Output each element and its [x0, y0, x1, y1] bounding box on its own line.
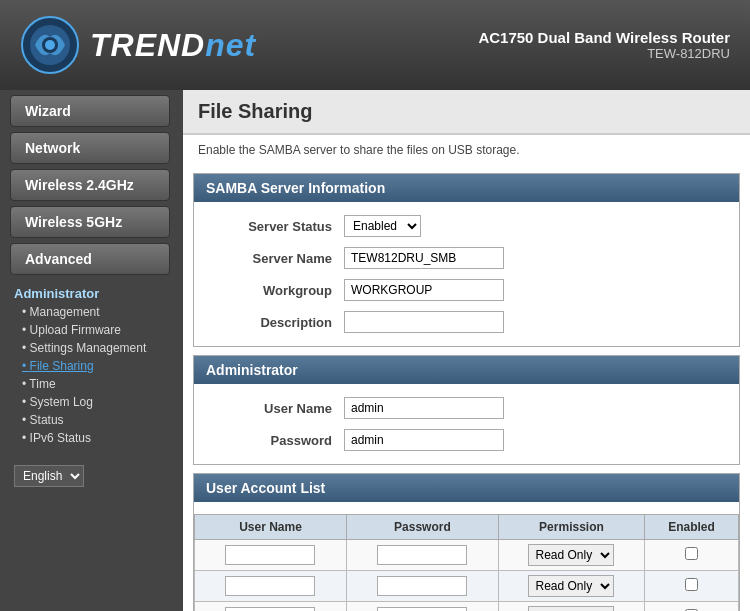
col-username: User Name: [195, 515, 347, 540]
user-row1-password-input[interactable]: [377, 545, 467, 565]
server-name-input[interactable]: [344, 247, 504, 269]
product-name: AC1750 Dual Band Wireless Router: [478, 29, 730, 46]
administrator-section-body: User Name Password: [194, 384, 739, 464]
product-info: AC1750 Dual Band Wireless Router TEW-812…: [478, 29, 730, 61]
server-name-label: Server Name: [204, 251, 344, 266]
logo-area: TRENDnet: [20, 15, 256, 75]
server-name-value: [344, 247, 504, 269]
user-table-header-row: User Name Password Permission Enabled: [195, 515, 739, 540]
description-input[interactable]: [344, 311, 504, 333]
user-row1-permission-select[interactable]: Read Only Read/Write: [528, 544, 614, 566]
workgroup-label: Workgroup: [204, 283, 344, 298]
admin-password-row: Password: [194, 424, 739, 456]
user-row3-username-input[interactable]: [225, 607, 315, 611]
col-password: Password: [346, 515, 498, 540]
administrator-section-header: Administrator: [194, 356, 739, 384]
table-row: Read Only Read/Write: [195, 540, 739, 571]
user-row2-password-input[interactable]: [377, 576, 467, 596]
sidebar-admin-title: Administrator: [0, 280, 183, 303]
sidebar-link-file-sharing[interactable]: File Sharing: [0, 357, 183, 375]
header: TRENDnet AC1750 Dual Band Wireless Route…: [0, 0, 750, 90]
layout: Wizard Network Wireless 2.4GHz Wireless …: [0, 90, 750, 611]
page-description: Enable the SAMBA server to share the fil…: [183, 135, 750, 165]
sidebar-link-system-log[interactable]: System Log: [0, 393, 183, 411]
user-row3-enabled: [645, 602, 739, 612]
description-value: [344, 311, 504, 333]
admin-username-label: User Name: [204, 401, 344, 416]
admin-username-input[interactable]: [344, 397, 504, 419]
sidebar-btn-network[interactable]: Network: [10, 132, 170, 164]
user-row3-permission-select[interactable]: Read Only Read/Write: [528, 606, 614, 611]
sidebar-link-upload-firmware[interactable]: Upload Firmware: [0, 321, 183, 339]
admin-username-row: User Name: [194, 392, 739, 424]
table-row: Read Only Read/Write: [195, 571, 739, 602]
user-account-table: User Name Password Permission Enabled: [194, 514, 739, 611]
table-row: Read Only Read/Write: [195, 602, 739, 612]
user-row2-enabled-checkbox[interactable]: [685, 578, 698, 591]
user-row1-username: [195, 540, 347, 571]
admin-password-input[interactable]: [344, 429, 504, 451]
sidebar: Wizard Network Wireless 2.4GHz Wireless …: [0, 90, 183, 611]
description-label: Description: [204, 315, 344, 330]
samba-section-body: Server Status Enabled Disabled Server Na…: [194, 202, 739, 346]
user-account-section-header: User Account List: [194, 474, 739, 502]
col-permission: Permission: [498, 515, 644, 540]
sidebar-link-status[interactable]: Status: [0, 411, 183, 429]
workgroup-input[interactable]: [344, 279, 504, 301]
user-row3-password: [346, 602, 498, 612]
administrator-section: Administrator User Name Password: [193, 355, 740, 465]
user-row2-enabled: [645, 571, 739, 602]
user-row1-enabled-checkbox[interactable]: [685, 547, 698, 560]
user-row1-password: [346, 540, 498, 571]
trendnet-logo-icon: [20, 15, 80, 75]
description-row: Description: [194, 306, 739, 338]
user-row1-enabled: [645, 540, 739, 571]
user-row1-permission: Read Only Read/Write: [498, 540, 644, 571]
sidebar-link-management[interactable]: Management: [0, 303, 183, 321]
user-account-section-body: User Name Password Permission Enabled: [194, 502, 739, 611]
user-row2-permission: Read Only Read/Write: [498, 571, 644, 602]
sidebar-btn-advanced[interactable]: Advanced: [10, 243, 170, 275]
user-row3-permission: Read Only Read/Write: [498, 602, 644, 612]
page-title: File Sharing: [198, 100, 735, 123]
user-row1-username-input[interactable]: [225, 545, 315, 565]
product-model: TEW-812DRU: [478, 46, 730, 61]
svg-point-3: [45, 40, 55, 50]
workgroup-row: Workgroup: [194, 274, 739, 306]
samba-section: SAMBA Server Information Server Status E…: [193, 173, 740, 347]
sidebar-link-settings-management[interactable]: Settings Management: [0, 339, 183, 357]
user-row2-permission-select[interactable]: Read Only Read/Write: [528, 575, 614, 597]
sidebar-link-ipv6-status[interactable]: IPv6 Status: [0, 429, 183, 447]
server-name-row: Server Name: [194, 242, 739, 274]
server-status-label: Server Status: [204, 219, 344, 234]
sidebar-btn-wireless5[interactable]: Wireless 5GHz: [10, 206, 170, 238]
server-status-value: Enabled Disabled: [344, 215, 421, 237]
user-row2-username: [195, 571, 347, 602]
server-status-row: Server Status Enabled Disabled: [194, 210, 739, 242]
user-row3-username: [195, 602, 347, 612]
logo-text: TRENDnet: [90, 27, 256, 64]
server-status-select[interactable]: Enabled Disabled: [344, 215, 421, 237]
admin-username-value: [344, 397, 504, 419]
user-row3-password-input[interactable]: [377, 607, 467, 611]
user-row2-username-input[interactable]: [225, 576, 315, 596]
sidebar-btn-wizard[interactable]: Wizard: [10, 95, 170, 127]
user-row2-password: [346, 571, 498, 602]
sidebar-link-time[interactable]: Time: [0, 375, 183, 393]
samba-section-header: SAMBA Server Information: [194, 174, 739, 202]
admin-password-label: Password: [204, 433, 344, 448]
main-content: File Sharing Enable the SAMBA server to …: [183, 90, 750, 611]
page-title-bar: File Sharing: [183, 90, 750, 135]
col-enabled: Enabled: [645, 515, 739, 540]
language-select[interactable]: English: [14, 465, 84, 487]
sidebar-btn-wireless24[interactable]: Wireless 2.4GHz: [10, 169, 170, 201]
user-account-section: User Account List User Name Password Per…: [193, 473, 740, 611]
admin-password-value: [344, 429, 504, 451]
workgroup-value: [344, 279, 504, 301]
